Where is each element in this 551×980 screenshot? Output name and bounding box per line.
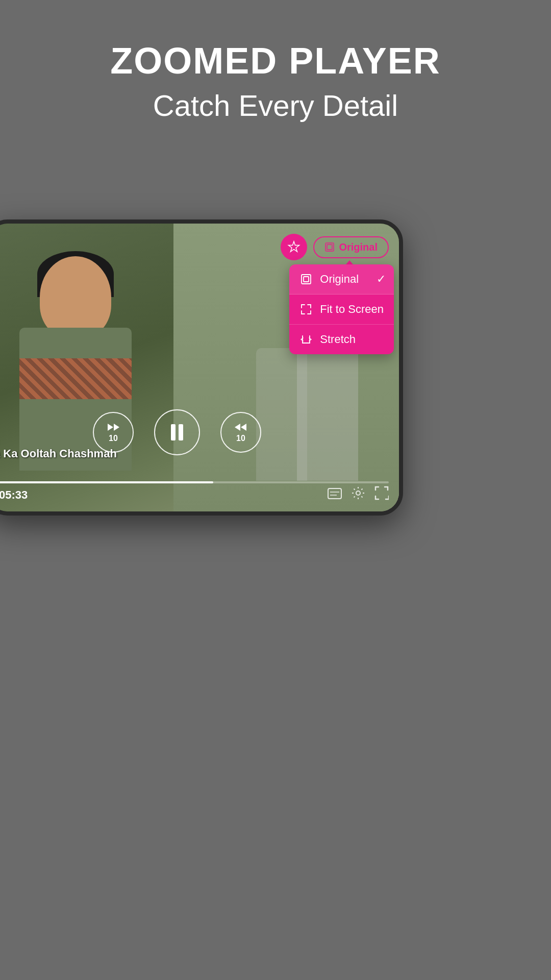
dropdown-stretch-label: Stretch bbox=[320, 333, 356, 346]
svg-rect-8 bbox=[302, 275, 311, 284]
original-button[interactable]: Original bbox=[313, 236, 389, 258]
subtitle-button[interactable] bbox=[328, 487, 342, 503]
person-head bbox=[40, 256, 111, 338]
top-controls: Original bbox=[281, 234, 389, 260]
svg-rect-9 bbox=[304, 277, 309, 282]
shirt-pattern bbox=[19, 358, 132, 399]
bottom-controls: 05:33 bbox=[0, 486, 389, 504]
progress-bar-container[interactable] bbox=[0, 481, 389, 483]
playback-controls: 10 bbox=[93, 409, 261, 455]
bg-person-2 bbox=[256, 348, 307, 481]
phone-body: g a Ka Ooltah Chashmah 05:33 bbox=[0, 219, 403, 516]
dropdown-fit-label: Fit to Screen bbox=[320, 303, 384, 316]
dropdown-item-original[interactable]: Original ✓ bbox=[289, 264, 394, 295]
fit-icon bbox=[299, 303, 313, 316]
forward-button[interactable]: 10 bbox=[220, 412, 261, 453]
progress-bar-fill bbox=[0, 481, 213, 483]
svg-rect-5 bbox=[179, 424, 183, 440]
video-area: g a Ka Ooltah Chashmah 05:33 bbox=[0, 224, 399, 511]
main-title: ZOOMED PLAYER bbox=[0, 41, 551, 81]
original-button-label: Original bbox=[339, 241, 378, 253]
star-button[interactable] bbox=[281, 234, 307, 260]
rewind-button[interactable]: 10 bbox=[93, 412, 134, 453]
page-background: ZOOMED PLAYER Catch Every Detail bbox=[0, 0, 551, 980]
header-section: ZOOMED PLAYER Catch Every Detail bbox=[0, 0, 551, 145]
svg-point-3 bbox=[356, 491, 360, 495]
fullscreen-button[interactable] bbox=[374, 486, 389, 504]
stretch-icon bbox=[299, 333, 313, 346]
svg-rect-7 bbox=[327, 244, 332, 250]
check-mark: ✓ bbox=[377, 273, 386, 286]
dropdown-item-stretch[interactable]: Stretch bbox=[289, 325, 394, 354]
pause-button[interactable] bbox=[154, 409, 200, 455]
time-display: 05:33 bbox=[0, 488, 28, 502]
svg-rect-4 bbox=[171, 424, 176, 440]
svg-rect-0 bbox=[328, 488, 341, 499]
dropdown-original-label: Original bbox=[320, 273, 359, 286]
phone-mockup: g a Ka Ooltah Chashmah 05:33 bbox=[0, 219, 403, 516]
dropdown-item-fit[interactable]: Fit to Screen bbox=[289, 295, 394, 325]
dropdown-menu: Original ✓ Fit to Screen bbox=[289, 264, 394, 354]
settings-button[interactable] bbox=[351, 486, 365, 504]
sub-title: Catch Every Detail bbox=[0, 86, 551, 125]
original-icon bbox=[299, 273, 313, 286]
